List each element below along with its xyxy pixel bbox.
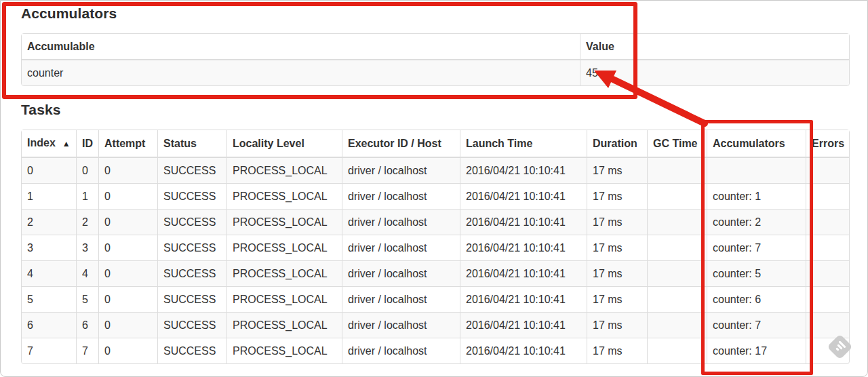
task-row: 5 5 0 SUCCESS PROCESS_LOCAL driver / loc… xyxy=(22,286,849,312)
task-duration-cell: 17 ms xyxy=(587,235,647,260)
task-id-cell: 2 xyxy=(76,209,98,235)
task-accumulators-cell: counter: 1 xyxy=(707,183,806,209)
task-gc-cell xyxy=(647,260,707,286)
task-attempt-cell: 0 xyxy=(98,235,157,260)
column-header-attempt[interactable]: Attempt xyxy=(98,130,157,158)
task-errors-cell xyxy=(806,158,849,183)
column-header-locality-level[interactable]: Locality Level xyxy=(226,130,342,158)
task-errors-cell xyxy=(806,312,849,338)
task-locality-cell: PROCESS_LOCAL xyxy=(226,312,342,338)
task-locality-cell: PROCESS_LOCAL xyxy=(226,183,342,209)
task-status-cell: SUCCESS xyxy=(157,209,226,235)
task-attempt-cell: 0 xyxy=(98,209,157,235)
accumulable-column-header: Accumulable xyxy=(22,34,580,60)
accumulable-name-cell: counter xyxy=(22,60,580,85)
task-executor-cell: driver / localhost xyxy=(342,235,460,260)
task-row: 0 0 0 SUCCESS PROCESS_LOCAL driver / loc… xyxy=(22,158,849,183)
spark-ui-page: Accumulators Accumulable Value counter 4… xyxy=(0,0,868,377)
task-id-cell: 7 xyxy=(76,338,98,363)
task-locality-cell: PROCESS_LOCAL xyxy=(226,209,342,235)
task-errors-cell xyxy=(806,183,849,209)
task-index-cell: 3 xyxy=(22,235,76,260)
task-index-cell: 7 xyxy=(22,338,76,363)
task-row: 6 6 0 SUCCESS PROCESS_LOCAL driver / loc… xyxy=(22,312,849,338)
column-header-executor-id-host[interactable]: Executor ID / Host xyxy=(342,130,460,158)
task-id-cell: 3 xyxy=(76,235,98,260)
column-header-index[interactable]: Index▲ xyxy=(22,130,76,158)
task-duration-cell: 17 ms xyxy=(587,260,647,286)
task-locality-cell: PROCESS_LOCAL xyxy=(226,158,342,183)
task-attempt-cell: 0 xyxy=(98,286,157,312)
column-header-gc-time[interactable]: GC Time xyxy=(647,130,707,158)
task-launch-cell: 2016/04/21 10:10:41 xyxy=(460,260,587,286)
task-status-cell: SUCCESS xyxy=(157,235,226,260)
task-gc-cell xyxy=(647,338,707,363)
task-attempt-cell: 0 xyxy=(98,338,157,363)
tasks-section-title: Tasks xyxy=(21,102,61,118)
task-id-cell: 4 xyxy=(76,260,98,286)
task-accumulators-cell: counter: 2 xyxy=(707,209,806,235)
tasks-table-header-row: Index▲ ID Attempt Status Locality Level … xyxy=(22,130,849,158)
task-launch-cell: 2016/04/21 10:10:41 xyxy=(460,286,587,312)
task-index-cell: 5 xyxy=(22,286,76,312)
task-attempt-cell: 0 xyxy=(98,312,157,338)
task-executor-cell: driver / localhost xyxy=(342,183,460,209)
task-id-cell: 1 xyxy=(76,183,98,209)
task-attempt-cell: 0 xyxy=(98,183,157,209)
task-duration-cell: 17 ms xyxy=(587,312,647,338)
index-header-label: Index xyxy=(27,137,56,148)
task-accumulators-cell: counter: 5 xyxy=(707,260,806,286)
column-header-errors[interactable]: Errors xyxy=(806,130,849,158)
task-executor-cell: driver / localhost xyxy=(342,286,460,312)
task-index-cell: 6 xyxy=(22,312,76,338)
task-gc-cell xyxy=(647,312,707,338)
task-id-cell: 0 xyxy=(76,158,98,183)
task-accumulators-cell xyxy=(707,158,806,183)
task-status-cell: SUCCESS xyxy=(157,338,226,363)
task-attempt-cell: 0 xyxy=(98,158,157,183)
column-header-id[interactable]: ID xyxy=(76,130,98,158)
task-status-cell: SUCCESS xyxy=(157,312,226,338)
task-launch-cell: 2016/04/21 10:10:41 xyxy=(460,209,587,235)
task-row: 1 1 0 SUCCESS PROCESS_LOCAL driver / loc… xyxy=(22,183,849,209)
sort-ascending-icon: ▲ xyxy=(62,139,71,148)
task-id-cell: 5 xyxy=(76,286,98,312)
task-locality-cell: PROCESS_LOCAL xyxy=(226,235,342,260)
task-executor-cell: driver / localhost xyxy=(342,312,460,338)
task-duration-cell: 17 ms xyxy=(587,158,647,183)
task-row: 7 7 0 SUCCESS PROCESS_LOCAL driver / loc… xyxy=(22,338,849,363)
task-status-cell: SUCCESS xyxy=(157,158,226,183)
column-header-launch-time[interactable]: Launch Time xyxy=(460,130,587,158)
task-executor-cell: driver / localhost xyxy=(342,338,460,363)
task-row: 3 3 0 SUCCESS PROCESS_LOCAL driver / loc… xyxy=(22,235,849,260)
task-row: 2 2 0 SUCCESS PROCESS_LOCAL driver / loc… xyxy=(22,209,849,235)
task-accumulators-cell: counter: 6 xyxy=(707,286,806,312)
accumulators-table-header-row: Accumulable Value xyxy=(22,34,849,60)
task-errors-cell xyxy=(806,260,849,286)
column-header-status[interactable]: Status xyxy=(157,130,226,158)
task-locality-cell: PROCESS_LOCAL xyxy=(226,338,342,363)
task-duration-cell: 17 ms xyxy=(587,286,647,312)
value-column-header: Value xyxy=(580,34,849,60)
task-id-cell: 6 xyxy=(76,312,98,338)
task-launch-cell: 2016/04/21 10:10:41 xyxy=(460,158,587,183)
accumulators-section-title: Accumulators xyxy=(21,5,117,22)
task-errors-cell xyxy=(806,235,849,260)
task-index-cell: 4 xyxy=(22,260,76,286)
task-launch-cell: 2016/04/21 10:10:41 xyxy=(460,312,587,338)
task-launch-cell: 2016/04/21 10:10:41 xyxy=(460,183,587,209)
column-header-duration[interactable]: Duration xyxy=(587,130,647,158)
task-gc-cell xyxy=(647,286,707,312)
task-status-cell: SUCCESS xyxy=(157,260,226,286)
task-launch-cell: 2016/04/21 10:10:41 xyxy=(460,235,587,260)
task-gc-cell xyxy=(647,235,707,260)
task-status-cell: SUCCESS xyxy=(157,183,226,209)
task-accumulators-cell: counter: 17 xyxy=(707,338,806,363)
task-attempt-cell: 0 xyxy=(98,260,157,286)
task-locality-cell: PROCESS_LOCAL xyxy=(226,286,342,312)
task-duration-cell: 17 ms xyxy=(587,209,647,235)
task-index-cell: 2 xyxy=(22,209,76,235)
column-header-accumulators[interactable]: Accumulators xyxy=(707,130,806,158)
task-locality-cell: PROCESS_LOCAL xyxy=(226,260,342,286)
task-executor-cell: driver / localhost xyxy=(342,209,460,235)
